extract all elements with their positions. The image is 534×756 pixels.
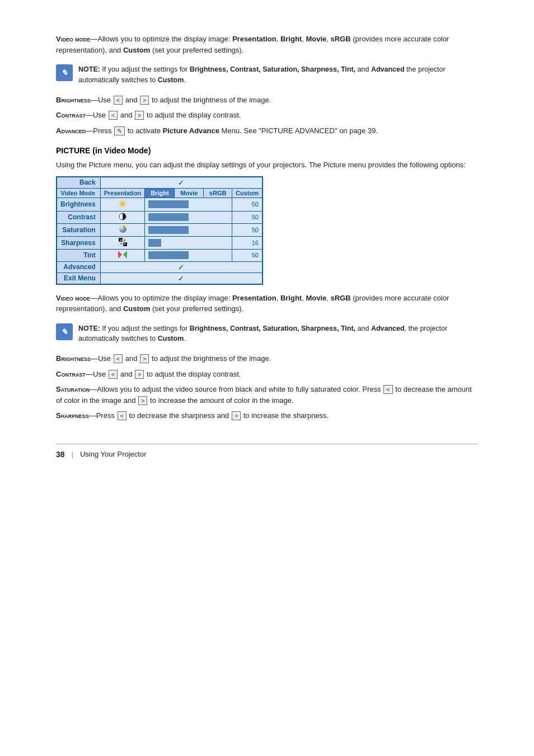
contrast-right-arrow-1: > xyxy=(135,111,144,120)
saturation-icon-cell xyxy=(100,223,145,236)
note-text-1: NOTE: If you adjust the settings for Bri… xyxy=(78,64,478,86)
table-row-advanced: Advanced ✓ xyxy=(57,261,263,273)
videomode-label: Video Mode xyxy=(57,188,100,198)
contrast-para-1: Contrast—Use < and > to adjust the displ… xyxy=(56,110,478,121)
note-label-2: NOTE: xyxy=(78,325,100,332)
brightness-label-1: Brightness xyxy=(56,96,91,104)
sharpness-icon-cell xyxy=(100,236,145,249)
sharpness-left-arrow: < xyxy=(118,411,127,420)
svg-rect-15 xyxy=(120,240,122,241)
table-row-saturation: Saturation xyxy=(57,223,263,236)
tint-row-label: Tint xyxy=(57,249,100,261)
bright-2: Bright xyxy=(280,294,302,302)
brightness-row-label: Brightness xyxy=(57,198,100,211)
video-mode-para-2: Video mode—Allows you to optimize the di… xyxy=(56,293,478,314)
advanced-row-label: Advanced xyxy=(57,261,100,273)
back-checkmark: ✓ xyxy=(100,177,263,189)
table-row-exit: Exit Menu ✓ xyxy=(57,273,263,284)
svg-marker-19 xyxy=(118,251,122,259)
tint-icon xyxy=(118,251,127,259)
saturation-row-label: Saturation xyxy=(57,223,100,236)
picture-menu-table: Back ✓ Video Mode Presentation Bright Mo… xyxy=(56,176,263,285)
sharpness-bar-cell xyxy=(145,236,232,249)
advanced-btn-1: ✎ xyxy=(114,126,125,135)
page-footer: 38 | Using Your Projector xyxy=(56,444,478,459)
svg-rect-18 xyxy=(124,243,125,245)
brightness-para-2: Brightness—Use < and > to adjust the bri… xyxy=(56,353,478,364)
table-row-sharpness: Sharpness xyxy=(57,236,263,249)
tint-bar-cell xyxy=(145,249,232,261)
footer-separator: | xyxy=(72,450,73,458)
contrast-left-arrow-2: < xyxy=(109,370,118,379)
svg-line-5 xyxy=(120,200,120,201)
note-bold-advanced-2: Advanced xyxy=(371,325,405,332)
brightness-icon-cell xyxy=(100,198,145,211)
presentation-2: Presentation xyxy=(232,294,277,302)
table-row-contrast: Contrast 50 xyxy=(57,211,263,223)
advanced-para-1: Advanced—Press ✎ to activate Picture Adv… xyxy=(56,125,478,137)
video-mode-label-2: Video mode xyxy=(56,294,90,302)
note-bold-custom-2: Custom xyxy=(158,335,184,342)
sharpness-row-label: Sharpness xyxy=(57,236,100,249)
sharpness-icon xyxy=(119,238,127,246)
brightness-right-arrow-2: > xyxy=(140,354,149,363)
footer-text: Using Your Projector xyxy=(80,450,147,458)
brightness-label-2: Brightness xyxy=(56,354,91,363)
table-row-back: Back ✓ xyxy=(57,177,263,189)
video-movie: Movie xyxy=(175,188,204,198)
saturation-value: 50 xyxy=(232,223,263,236)
sharpness-value: 16 xyxy=(232,236,263,249)
brightness-left-arrow-2: < xyxy=(114,354,123,363)
sharpness-right-arrow: > xyxy=(232,411,241,420)
saturation-icon xyxy=(119,225,127,233)
saturation-right-arrow: > xyxy=(138,396,147,405)
menu-table-wrapper: Back ✓ Video Mode Presentation Bright Mo… xyxy=(56,176,478,285)
note-label-1: NOTE: xyxy=(78,65,100,73)
note-box-1: ✎ NOTE: If you adjust the settings for B… xyxy=(56,61,478,89)
movie-option: Movie xyxy=(306,35,326,43)
advanced-checkmark: ✓ xyxy=(100,261,263,273)
brightness-value: 50 xyxy=(232,198,263,211)
table-row-tint: Tint 50 xyxy=(57,249,263,261)
svg-point-0 xyxy=(121,201,125,205)
contrast-left-arrow-1: < xyxy=(109,111,118,120)
note-bold-custom-1: Custom xyxy=(158,76,184,84)
note-bold-advanced-1: Advanced xyxy=(371,65,405,73)
custom-2: Custom xyxy=(123,304,150,313)
custom-option: Custom xyxy=(123,46,150,54)
contrast-para-2: Contrast—Use < and > to adjust the displ… xyxy=(56,369,478,380)
brightness-left-arrow-1: < xyxy=(114,96,123,105)
video-srgb: sRGB xyxy=(204,188,232,198)
sun-icon xyxy=(118,199,127,208)
svg-rect-17 xyxy=(120,243,122,245)
note-icon-1: ✎ xyxy=(56,64,73,81)
video-bright: Bright xyxy=(145,188,175,198)
video-mode-para-1: Video mode—Allows you to optimize the di… xyxy=(56,34,478,55)
svg-line-6 xyxy=(125,205,125,206)
picture-advance-label: Picture Advance xyxy=(163,126,219,135)
svg-line-8 xyxy=(120,205,120,206)
saturation-label: Saturation xyxy=(56,385,90,393)
saturation-para: Saturation—Allows you to adjust the vide… xyxy=(56,384,478,406)
tint-icon-cell xyxy=(100,249,145,261)
contrast-icon-cell xyxy=(100,211,145,223)
note-text-2: NOTE: If you adjust the settings for Bri… xyxy=(78,323,478,345)
brightness-para-1: Brightness—Use < and > to adjust the bri… xyxy=(56,95,478,106)
svg-rect-16 xyxy=(124,240,125,241)
saturation-left-arrow: < xyxy=(383,385,392,394)
brightness-bar-cell xyxy=(145,198,232,211)
contrast-right-arrow-2: > xyxy=(135,370,144,379)
bright-option: Bright xyxy=(280,35,302,43)
video-custom: Custom xyxy=(232,188,263,198)
note-icon-2: ✎ xyxy=(56,323,73,340)
video-presentation: Presentation xyxy=(100,188,145,198)
presentation-option: Presentation xyxy=(232,35,277,43)
table-row-brightness: Brightness xyxy=(57,198,263,211)
note-bold-settings-2: Brightness, Contrast, Saturation, Sharpn… xyxy=(190,325,355,332)
contrast-label-2: Contrast xyxy=(56,370,86,378)
contrast-label-1: Contrast xyxy=(56,111,86,119)
contrast-row-label: Contrast xyxy=(57,211,100,223)
note-bold-settings-1: Brightness, Contrast, Saturation, Sharpn… xyxy=(190,65,355,73)
sharpness-para: Sharpness—Press < to decrease the sharpn… xyxy=(56,410,478,421)
footer-page-number: 38 xyxy=(56,450,65,459)
